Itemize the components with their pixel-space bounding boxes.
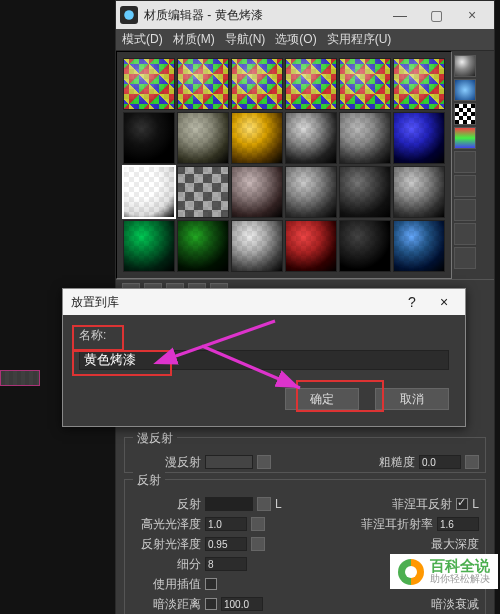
sample-slot[interactable]: [123, 220, 175, 272]
sample-type-button[interactable]: [454, 55, 476, 77]
interp-checkbox[interactable]: [205, 578, 217, 590]
titlebar: 材质编辑器 - 黄色烤漆 — ▢ ×: [116, 1, 494, 29]
cancel-button[interactable]: 取消: [375, 388, 449, 410]
viewport-fragment: [0, 370, 40, 386]
watermark-line1: 百科全说: [430, 558, 490, 573]
name-label: 名称:: [79, 327, 449, 344]
reflect-color[interactable]: [205, 497, 253, 511]
sample-slot[interactable]: [393, 220, 445, 272]
sample-panel: [116, 51, 494, 279]
sample-slot[interactable]: [393, 166, 445, 218]
max-depth-label: 最大深度: [431, 536, 479, 553]
help-button[interactable]: ?: [399, 294, 425, 310]
fresnel-checkbox[interactable]: [456, 498, 468, 510]
l-label: L: [275, 497, 282, 511]
sample-slot[interactable]: [285, 58, 337, 110]
svg-point-0: [124, 10, 134, 20]
fresnel-ior-label: 菲涅耳折射率: [361, 516, 433, 533]
tool-button[interactable]: [454, 151, 476, 173]
tool-button[interactable]: [454, 175, 476, 197]
menu-mode[interactable]: 模式(D): [122, 31, 163, 48]
menu-options[interactable]: 选项(O): [275, 31, 316, 48]
sample-slot[interactable]: [339, 112, 391, 164]
sample-slot[interactable]: [177, 58, 229, 110]
reflect-group: 反射 反射 L 菲涅耳反射 L 高光光泽度 1.0 菲涅耳折射率 1.6 反射: [124, 479, 486, 614]
sample-slot[interactable]: [339, 166, 391, 218]
dialog-titlebar: 放置到库 ? ×: [63, 289, 465, 315]
gloss-ref-label: 反射光泽度: [131, 536, 201, 553]
gloss-hi-map-button[interactable]: [251, 517, 265, 531]
gloss-ref-map-button[interactable]: [251, 537, 265, 551]
gloss-ref-spinner[interactable]: 0.95: [205, 537, 247, 551]
gloss-hi-spinner[interactable]: 1.0: [205, 517, 247, 531]
roughness-label: 粗糙度: [359, 454, 415, 471]
reflect-label: 反射: [131, 496, 201, 513]
dim-falloff-label: 暗淡衰减: [431, 596, 479, 613]
tool-button[interactable]: [454, 247, 476, 269]
diffuse-label: 漫反射: [131, 454, 201, 471]
watermark-line2: 助你轻松解决: [430, 573, 490, 585]
window-title: 材质编辑器 - 黄色烤漆: [144, 7, 382, 24]
diffuse-group: 漫反射 漫反射 粗糙度 0.0: [124, 437, 486, 473]
group-legend: 漫反射: [133, 430, 177, 447]
sample-slot-selected[interactable]: [123, 166, 175, 218]
side-toolbar: [452, 51, 478, 279]
diffuse-map-button[interactable]: [257, 455, 271, 469]
sample-slot[interactable]: [177, 166, 229, 218]
menu-utilities[interactable]: 实用程序(U): [327, 31, 392, 48]
tool-button[interactable]: [454, 223, 476, 245]
menubar: 模式(D) 材质(M) 导航(N) 选项(O) 实用程序(U): [116, 29, 494, 51]
fresnel-label: 菲涅耳反射: [392, 496, 452, 513]
sample-slot[interactable]: [123, 112, 175, 164]
reflect-map-button[interactable]: [257, 497, 271, 511]
put-to-library-dialog: 放置到库 ? × 名称: 确定 取消: [62, 288, 466, 427]
sample-slot[interactable]: [285, 166, 337, 218]
sample-slot[interactable]: [231, 166, 283, 218]
gloss-hi-label: 高光光泽度: [131, 516, 201, 533]
tool-button[interactable]: [454, 199, 476, 221]
sample-slot[interactable]: [177, 112, 229, 164]
background-button[interactable]: [454, 103, 476, 125]
name-input[interactable]: [79, 350, 449, 370]
menu-navigate[interactable]: 导航(N): [225, 31, 266, 48]
fresnel-ior-spinner[interactable]: 1.6: [437, 517, 479, 531]
dialog-close-button[interactable]: ×: [431, 294, 457, 310]
sample-slot[interactable]: [393, 58, 445, 110]
group-legend: 反射: [133, 472, 165, 489]
fresnel-l2: L: [472, 497, 479, 511]
maximize-button[interactable]: ▢: [418, 7, 454, 23]
app-icon: [120, 6, 138, 24]
dialog-body: 名称: 确定 取消: [63, 315, 465, 426]
sample-slot[interactable]: [231, 220, 283, 272]
watermark: 百科全说 助你轻松解决: [390, 554, 498, 589]
minimize-button[interactable]: —: [382, 7, 418, 23]
subdiv-label: 细分: [131, 556, 201, 573]
roughness-map-button[interactable]: [465, 455, 479, 469]
sample-slot[interactable]: [231, 112, 283, 164]
ok-button[interactable]: 确定: [285, 388, 359, 410]
sample-slot[interactable]: [123, 58, 175, 110]
roughness-spinner[interactable]: 0.0: [419, 455, 461, 469]
backlight-button[interactable]: [454, 79, 476, 101]
subdiv-spinner[interactable]: 8: [205, 557, 247, 571]
sample-slot[interactable]: [231, 58, 283, 110]
close-button[interactable]: ×: [454, 7, 490, 23]
sample-slot[interactable]: [285, 112, 337, 164]
sample-slot[interactable]: [177, 220, 229, 272]
menu-material[interactable]: 材质(M): [173, 31, 215, 48]
sample-slot[interactable]: [393, 112, 445, 164]
dim-dist-spinner[interactable]: 100.0: [221, 597, 263, 611]
diffuse-color[interactable]: [205, 455, 253, 469]
dim-dist-checkbox[interactable]: [205, 598, 217, 610]
tool-button[interactable]: [454, 127, 476, 149]
sample-slot[interactable]: [339, 58, 391, 110]
sample-slot[interactable]: [339, 220, 391, 272]
dialog-title: 放置到库: [71, 294, 119, 311]
sample-grid: [116, 51, 452, 279]
dim-dist-label: 暗淡距离: [131, 596, 201, 613]
interp-label: 使用插值: [131, 576, 201, 593]
sample-slot[interactable]: [285, 220, 337, 272]
watermark-logo-icon: [398, 559, 424, 585]
